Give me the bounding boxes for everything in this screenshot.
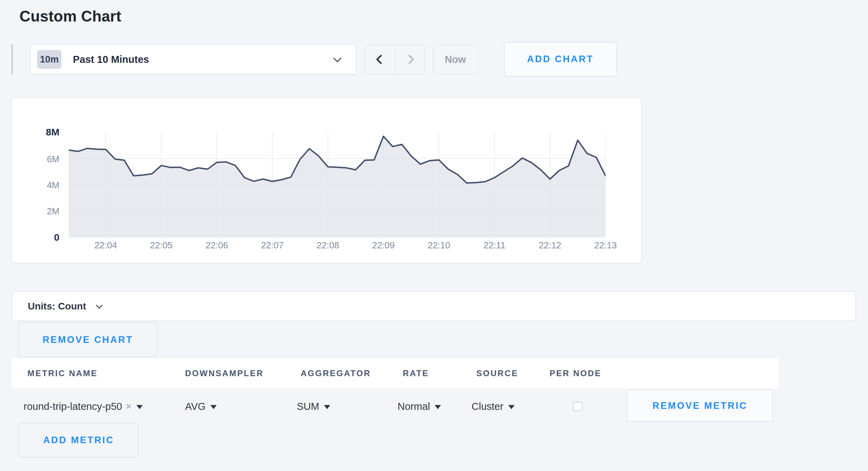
metric-name-dropdown[interactable]: round-trip-latency-p50 × [24,398,143,415]
add-metric-button[interactable]: ADD METRIC [19,423,139,457]
rate-value: Normal [398,401,430,412]
chevron-left-icon [376,55,386,64]
time-forward-button[interactable] [395,45,425,74]
area-fill [69,136,606,238]
metric-name-value: round-trip-latency-p50 [24,401,122,412]
x-axis-tick: 22:09 [362,240,404,251]
latency-area-chart [69,132,606,238]
caret-down-icon [435,405,441,409]
x-axis-tick: 22:07 [251,240,293,251]
downsampler-value: AVG [185,401,206,412]
caret-down-icon [508,405,515,409]
caret-down-icon [324,405,330,409]
time-back-button[interactable] [365,45,395,74]
chart-card: 8M 6M 4M 2M 0 22:0422:0522:0622:0722:082… [11,98,642,263]
aggregator-dropdown[interactable]: SUM [297,398,330,415]
y-axis-tick: 2M [21,206,59,217]
column-header-downsampler: DOWNSAMPLER [185,369,264,378]
chevron-down-icon [96,302,103,309]
x-axis-tick: 22:10 [418,240,460,251]
x-axis-tick: 22:13 [585,240,626,251]
x-axis-tick: 22:05 [141,240,182,251]
x-axis-tick: 22:12 [529,240,571,251]
time-range-dropdown[interactable]: 10m Past 10 Minutes [30,44,356,74]
rate-dropdown[interactable]: Normal [398,398,441,415]
time-range-badge: 10m [37,50,61,69]
x-axis-tick: 22:11 [474,240,515,251]
y-axis-tick: 4M [21,180,59,191]
x-axis-tick: 22:04 [85,240,127,251]
remove-chart-button[interactable]: REMOVE CHART [18,322,157,357]
remove-metric-button[interactable]: REMOVE METRIC [627,390,773,422]
units-dropdown[interactable]: Units: Count [12,291,856,321]
column-header-metric-name: METRIC NAME [27,369,98,378]
x-axis-tick: 22:06 [196,240,237,251]
x-axis-tick: 22:08 [307,240,349,251]
source-value: Cluster [471,401,503,412]
time-step-button-group [365,44,425,74]
column-header-rate: RATE [403,369,429,378]
time-range-label: Past 10 Minutes [73,54,149,65]
column-header-per-node: PER NODE [550,369,601,378]
page-title: Custom Chart [19,8,121,25]
caret-down-icon [210,405,217,409]
add-chart-button[interactable]: ADD CHART [504,42,617,76]
per-node-checkbox[interactable] [573,402,583,411]
units-label: Units: Count [28,301,86,312]
column-header-source: SOURCE [476,369,518,378]
chevron-right-icon [404,55,414,64]
downsampler-dropdown[interactable]: AVG [185,398,217,415]
source-dropdown[interactable]: Cluster [471,398,515,415]
y-axis-tick: 0 [21,232,59,243]
y-axis-tick: 6M [21,154,59,165]
now-button[interactable]: Now [433,44,478,74]
remove-metric-x-icon[interactable]: × [126,400,132,412]
toolbar-accent-bar [11,44,13,74]
y-axis-tick: 8M [21,127,59,138]
chevron-down-icon [333,54,341,62]
column-header-aggregator: AGGREGATOR [301,369,371,378]
caret-down-icon [136,405,143,409]
aggregator-value: SUM [297,401,319,412]
metrics-table-header: METRIC NAME DOWNSAMPLER AGGREGATOR RATE … [11,358,779,388]
